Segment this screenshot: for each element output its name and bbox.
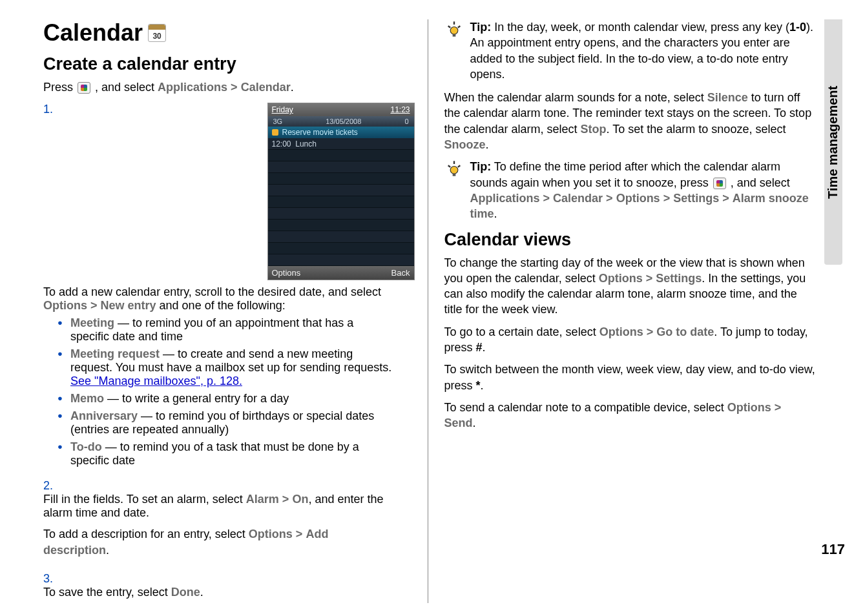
phone-screenshot: Friday 11:23 3G 13/05/2008 0 Reserve mov… <box>267 103 415 280</box>
h1-text: Calendar <box>43 19 143 46</box>
step-3: 3. To save the entry, select Done. <box>43 572 415 599</box>
kw-applications: Applications <box>470 192 540 205</box>
svg-rect-4 <box>452 34 455 37</box>
svg-line-8 <box>457 166 460 167</box>
kw-settings: Settings <box>673 192 719 205</box>
tip-block-2: Tip: To define the time period after whi… <box>444 159 816 221</box>
bullet-meeting: Meeting — to remind you of an appointmen… <box>57 316 395 344</box>
tip-icon <box>444 19 464 39</box>
svg-point-5 <box>450 167 458 174</box>
screenshot-day: Friday <box>272 105 293 114</box>
kw-silence: Silence <box>707 91 748 104</box>
star-key: * <box>476 379 481 392</box>
kw-settings: Settings <box>656 272 702 285</box>
bullet-anniversary: Anniversary — to remind you of birthdays… <box>57 409 395 436</box>
tip-block-1: Tip: In the day, week, or month calendar… <box>444 19 816 82</box>
svg-line-2 <box>448 26 450 27</box>
kw-options: Options <box>727 401 771 414</box>
tip-icon <box>444 159 464 178</box>
kw-calendar: Calendar <box>241 81 291 94</box>
kw-stop: Stop <box>581 123 607 136</box>
para-alarm-behavior: When the calendar alarm sounds for a not… <box>444 90 816 152</box>
page-number: 117 <box>821 541 845 558</box>
kw-new-entry: New entry <box>101 299 156 312</box>
screenshot-date: 13/05/2008 <box>326 118 361 125</box>
kw-options: Options <box>599 272 643 285</box>
kw-options: Options <box>43 299 87 312</box>
kw-options: Options <box>599 325 643 338</box>
bullet-memo: Memo — to write a general entry for a da… <box>57 392 395 406</box>
heading-calendar-views: Calendar views <box>444 230 816 250</box>
kw-on: On <box>292 493 308 506</box>
kw-done: Done <box>171 586 200 599</box>
heading-create-entry: Create a calendar entry <box>43 54 415 74</box>
kw-options: Options <box>249 528 293 540</box>
kw-go-to-date: Go to date <box>656 325 714 338</box>
kw-snooze: Snooze <box>444 138 486 151</box>
calendar-icon: 30 <box>148 24 166 42</box>
svg-line-7 <box>448 166 450 167</box>
svg-point-0 <box>450 27 458 35</box>
tip-label: Tip: <box>470 160 492 173</box>
para-switch-view: To switch between the month view, week v… <box>444 362 816 393</box>
kw-applications: Applications <box>158 81 227 94</box>
screenshot-time: 11:23 <box>390 105 410 114</box>
kw-options: Options <box>616 192 660 205</box>
screenshot-signal: 0 <box>404 118 408 125</box>
svg-rect-9 <box>452 174 455 177</box>
press-instruction: Press , and select Applications > Calend… <box>43 79 415 95</box>
para-change-start-day: To change the starting day of the week o… <box>444 255 816 318</box>
para-go-to-date: To go to a certain date, select Options … <box>444 324 816 356</box>
link-manage-mailboxes[interactable]: See "Manage mailboxes", p. 128. <box>70 375 242 387</box>
kw-alarm: Alarm <box>246 493 279 506</box>
screenshot-3g: 3G <box>273 118 283 125</box>
tip-label: Tip: <box>470 21 492 34</box>
step-number: 2. <box>43 479 61 493</box>
screenshot-softkey-back: Back <box>391 268 410 278</box>
screenshot-row: 12:00 Lunch <box>268 138 414 150</box>
screenshot-highlighted-entry: Reserve movie tickets <box>268 127 414 138</box>
left-column: Calendar 30 Create a calendar entry Pres… <box>36 19 428 603</box>
kw-calendar: Calendar <box>553 192 603 205</box>
heading-calendar: Calendar 30 <box>43 19 415 46</box>
para-send-note: To send a calendar note to a compatible … <box>444 400 816 431</box>
svg-line-3 <box>457 26 460 27</box>
step-1: Friday 11:23 3G 13/05/2008 0 Reserve mov… <box>43 103 415 471</box>
bullet-meeting-request: Meeting request — to create and send a n… <box>57 347 395 388</box>
kw-send: Send <box>444 416 473 429</box>
menu-key-icon <box>78 82 90 94</box>
screenshot-softkey-options: Options <box>272 268 301 278</box>
bullet-todo: To-do — to remind you of a task that mus… <box>57 440 395 467</box>
entry-icon <box>272 129 278 136</box>
step-2: 2. Fill in the fields. To set an alarm, … <box>43 479 415 564</box>
step-number: 3. <box>43 572 61 586</box>
menu-key-icon <box>713 178 726 189</box>
step-number: 1. <box>43 103 61 116</box>
right-column: Tip: In the day, week, or month calendar… <box>428 19 822 603</box>
side-tab: Time management <box>824 19 842 265</box>
hash-key: # <box>476 341 483 354</box>
